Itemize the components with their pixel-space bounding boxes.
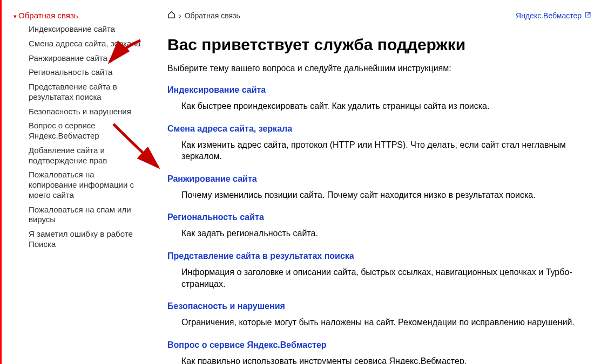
topic-link[interactable]: Региональность сайта: [167, 212, 591, 222]
intro-text: Выберите тему вашего вопроса и следуйте …: [167, 64, 591, 73]
topic-block: Вопрос о сервисе Яндекс.Вебмастер Как пр…: [167, 340, 591, 364]
topic-link[interactable]: Представление сайта в результатах поиска: [167, 251, 591, 261]
page-title: Вас приветствует служба поддержки: [167, 36, 591, 54]
sidebar-item[interactable]: Региональность сайта: [29, 67, 142, 78]
page-root: Обратная связь Индексирование сайта Смен…: [0, 0, 601, 364]
sidebar-item[interactable]: Пожаловаться на спам или вирусы: [29, 205, 142, 225]
topic-desc: Как быстрее проиндексировать сайт. Как у…: [181, 100, 591, 112]
sidebar-item[interactable]: Представление сайта в результатах поиска: [29, 82, 142, 102]
external-link-icon: [584, 11, 591, 20]
topic-link[interactable]: Индексирование сайта: [167, 85, 591, 95]
topic-link[interactable]: Безопасность и нарушения: [167, 301, 591, 311]
topic-desc: Информация о заголовке и описании сайта,…: [181, 266, 591, 290]
home-icon[interactable]: [167, 11, 175, 20]
topic-desc: Как правильно использовать инструменты с…: [181, 355, 591, 364]
external-link-label: Яндекс.Вебмастер: [516, 11, 582, 20]
topic-block: Представление сайта в результатах поиска…: [167, 251, 591, 290]
topic-block: Региональность сайта Как задать регионал…: [167, 212, 591, 239]
sidebar-item[interactable]: Индексирование сайта: [29, 24, 142, 35]
topic-block: Ранжирование сайта Почему изменились поз…: [167, 174, 591, 201]
sidebar-root-item[interactable]: Обратная связь: [13, 11, 146, 20]
sidebar-item[interactable]: Пожаловаться на копирование информации с…: [29, 170, 142, 200]
external-link-webmaster[interactable]: Яндекс.Вебмастер: [516, 11, 591, 20]
sidebar-item[interactable]: Вопрос о сервисе Яндекс.Вебмастер: [29, 121, 142, 141]
topic-block: Смена адреса сайта, зеркала Как изменить…: [167, 124, 591, 162]
topic-link[interactable]: Ранжирование сайта: [167, 174, 591, 184]
main-content: › Обратная связь Яндекс.Вебмастер Вас пр…: [151, 0, 601, 364]
sidebar-item[interactable]: Безопасность и нарушения: [29, 107, 142, 117]
topic-block: Безопасность и нарушения Ограничения, ко…: [167, 301, 591, 328]
sidebar-list: Индексирование сайта Смена адреса сайта,…: [13, 24, 146, 250]
topic-desc: Ограничения, которые могут быть наложены…: [181, 317, 591, 328]
sidebar-item[interactable]: Смена адреса сайта, зеркала: [29, 39, 142, 49]
topic-block: Индексирование сайта Как быстрее проинде…: [167, 85, 591, 112]
sidebar-item[interactable]: Добавление сайта и подтверждение прав: [29, 146, 142, 166]
topic-desc: Почему изменились позиции сайта. Почему …: [181, 189, 591, 201]
breadcrumb-current: Обратная связь: [185, 11, 240, 20]
breadcrumb: › Обратная связь: [167, 11, 240, 20]
topic-desc: Как задать региональность сайта.: [181, 228, 591, 239]
topbar: › Обратная связь Яндекс.Вебмастер: [167, 11, 591, 20]
topic-desc: Как изменить адрес сайта, протокол (HTTP…: [181, 139, 591, 162]
sidebar-item[interactable]: Ранжирование сайта: [29, 53, 142, 64]
sidebar: Обратная связь Индексирование сайта Смен…: [0, 0, 151, 364]
sidebar-item[interactable]: Я заметил ошибку в работе Поиска: [29, 229, 142, 250]
topic-link[interactable]: Вопрос о сервисе Яндекс.Вебмастер: [167, 340, 591, 350]
topic-link[interactable]: Смена адреса сайта, зеркала: [167, 124, 591, 134]
breadcrumb-sep: ›: [179, 11, 181, 20]
